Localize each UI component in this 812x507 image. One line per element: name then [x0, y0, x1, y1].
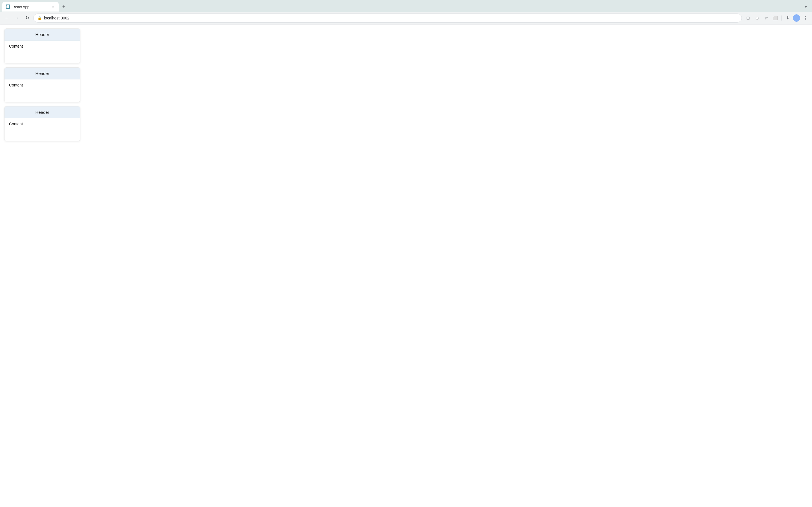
url-display: localhost:3002 — [44, 16, 738, 20]
security-lock-icon: 🔒 — [38, 16, 42, 20]
reload-button[interactable]: ↻ — [23, 14, 31, 22]
card-3-content-text: Content — [9, 122, 23, 126]
card-1: Header Content — [4, 29, 80, 63]
active-tab[interactable]: React App × — [2, 2, 59, 11]
card-1-header: Header — [4, 29, 80, 41]
card-3: Header Content — [4, 106, 80, 141]
bookmark-icon[interactable]: ☆ — [762, 14, 770, 22]
card-2-content-text: Content — [9, 83, 23, 87]
toolbar-actions: ⊡ ⊕ ☆ ⬜ ⬇ ⋮ — [744, 14, 809, 22]
card-3-content: Content — [4, 118, 80, 141]
card-2-content: Content — [4, 79, 80, 102]
address-bar[interactable]: 🔒 localhost:3002 — [33, 13, 742, 22]
card-1-content: Content — [4, 41, 80, 63]
card-1-content-text: Content — [9, 44, 23, 48]
download-icon[interactable]: ⬇ — [784, 14, 792, 22]
zoom-icon[interactable]: ⊕ — [753, 14, 761, 22]
back-button[interactable]: ← — [3, 14, 11, 22]
tab-dropdown-button[interactable]: ▾ — [802, 3, 810, 11]
toolbar-separator — [781, 15, 781, 20]
card-3-header-text: Header — [35, 110, 49, 115]
forward-button[interactable]: → — [13, 14, 21, 22]
menu-icon[interactable]: ⋮ — [801, 14, 809, 22]
cards-container: Header Content Header Content Header Con… — [4, 29, 80, 145]
card-2-header: Header — [4, 68, 80, 79]
card-2: Header Content — [4, 67, 80, 102]
tab-close-button[interactable]: × — [51, 4, 55, 9]
extensions-icon[interactable]: ⬜ — [771, 14, 779, 22]
tab-title: React App — [12, 5, 49, 9]
new-tab-button[interactable]: + — [60, 3, 68, 11]
page-viewport: Header Content Header Content Header Con… — [0, 24, 812, 507]
browser-toolbar: ← → ↻ 🔒 localhost:3002 ⊡ ⊕ ☆ ⬜ ⬇ ⋮ — [0, 12, 812, 24]
tab-bar: React App × + ▾ — [0, 0, 812, 12]
tab-favicon — [6, 4, 10, 9]
card-1-header-text: Header — [35, 32, 49, 37]
browser-chrome: React App × + ▾ ← → ↻ 🔒 localhost:3002 ⊡… — [0, 0, 812, 24]
profile-avatar[interactable] — [793, 14, 800, 22]
screen-share-icon[interactable]: ⊡ — [744, 14, 752, 22]
card-3-header: Header — [4, 107, 80, 118]
card-2-header-text: Header — [35, 71, 49, 76]
